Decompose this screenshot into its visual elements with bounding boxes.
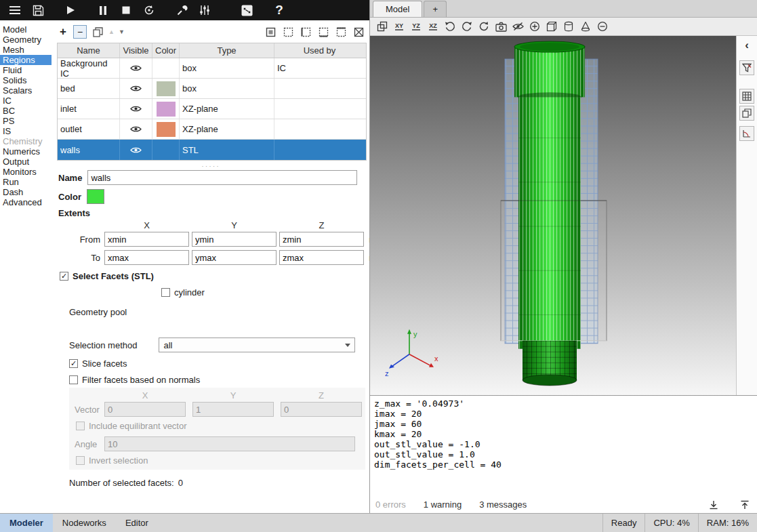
- visibility-eye-icon[interactable]: [130, 85, 142, 92]
- table-row[interactable]: outlet XZ-plane: [58, 119, 366, 140]
- console-output[interactable]: z_max = '0.04973' imax = 20 jmax = 60 km…: [370, 396, 757, 496]
- to-x-input[interactable]: [104, 250, 189, 265]
- sidebar-item-fluid[interactable]: Fluid: [0, 65, 52, 75]
- reset-icon[interactable]: [138, 1, 160, 19]
- from-x-input[interactable]: [104, 232, 189, 247]
- reset-view-icon[interactable]: [374, 19, 390, 35]
- cylinder-checkbox[interactable]: [161, 288, 170, 297]
- visibility-toggle-icon[interactable]: [510, 19, 526, 35]
- sidebar-item-bc[interactable]: BC: [0, 106, 52, 116]
- run-icon[interactable]: [60, 1, 81, 19]
- splitter-handle[interactable]: .....: [57, 161, 365, 169]
- to-y-input[interactable]: [192, 250, 277, 265]
- region-color-swatch[interactable]: [157, 61, 176, 76]
- geometry-box-icon[interactable]: [544, 19, 560, 35]
- filter-facets-checkbox[interactable]: [69, 375, 78, 384]
- sidebar-item-scalars[interactable]: Scalars: [0, 85, 52, 96]
- geometry-cylinder-icon[interactable]: [560, 19, 577, 35]
- warnings-count[interactable]: 1 warning: [424, 499, 462, 510]
- to-z-input[interactable]: [279, 250, 364, 265]
- menu-icon[interactable]: [4, 1, 26, 19]
- move-region-down-button[interactable]: ▼: [119, 28, 125, 35]
- visibility-eye-icon[interactable]: [130, 125, 142, 133]
- sidebar-item-solids[interactable]: Solids: [0, 75, 52, 85]
- geometry-cone-icon[interactable]: [577, 19, 594, 35]
- stop-icon[interactable]: [115, 1, 137, 19]
- slice-facets-checkbox[interactable]: [69, 359, 78, 368]
- rotate-left-icon[interactable]: [442, 19, 458, 35]
- angle-measure-icon[interactable]: [739, 126, 754, 141]
- download-log-icon[interactable]: [707, 500, 720, 510]
- region-preset-plane-icon[interactable]: [281, 25, 295, 39]
- sidebar-item-regions[interactable]: Regions: [0, 55, 52, 65]
- rotate-right-icon[interactable]: [459, 19, 475, 35]
- selection-method-dropdown[interactable]: all: [159, 337, 355, 352]
- remove-region-button[interactable]: −: [73, 25, 87, 39]
- build-wrench-icon[interactable]: [171, 1, 192, 19]
- col-used-by[interactable]: Used by: [274, 43, 365, 58]
- add-region-button[interactable]: +: [57, 25, 69, 39]
- scroll-to-top-icon[interactable]: [738, 500, 752, 510]
- col-type[interactable]: Type: [180, 43, 274, 58]
- sidebar-item-model[interactable]: Model: [0, 24, 52, 35]
- duplicate-region-button[interactable]: [91, 25, 104, 39]
- xz-view-button[interactable]: XZ: [425, 19, 441, 35]
- collapse-panel-icon[interactable]: ‹: [745, 40, 749, 51]
- region-color-swatch[interactable]: [157, 102, 176, 117]
- from-y-input[interactable]: [192, 232, 277, 247]
- mode-tab-editor[interactable]: Editor: [116, 514, 158, 532]
- table-row[interactable]: Background IC box IC: [58, 58, 366, 79]
- table-row-selected[interactable]: walls STL: [58, 140, 366, 160]
- tab-model[interactable]: Model: [373, 1, 422, 17]
- region-preset-yplane-icon[interactable]: [316, 25, 330, 39]
- filter-visibility-icon[interactable]: [739, 60, 754, 75]
- screenshot-camera-icon[interactable]: [493, 19, 509, 35]
- region-preset-xplane-icon[interactable]: [299, 25, 312, 39]
- region-name-input[interactable]: [87, 170, 357, 185]
- sidebar-item-ic[interactable]: IC: [0, 96, 52, 106]
- move-region-up-button[interactable]: ▲: [108, 28, 115, 35]
- add-geometry-icon[interactable]: [527, 19, 543, 35]
- sidebar-item-advanced[interactable]: Advanced: [0, 197, 52, 207]
- region-preset-stl-icon[interactable]: [352, 25, 365, 39]
- visibility-eye-icon[interactable]: [130, 146, 142, 154]
- col-color[interactable]: Color: [152, 43, 180, 58]
- yz-view-button[interactable]: YZ: [408, 19, 424, 35]
- region-color-button[interactable]: [87, 189, 104, 204]
- region-preset-box-icon[interactable]: [264, 25, 277, 39]
- nodeworks-icon[interactable]: [236, 1, 258, 19]
- table-row[interactable]: bed box: [58, 79, 366, 99]
- help-icon[interactable]: ?: [268, 1, 290, 19]
- visibility-eye-icon[interactable]: [130, 105, 142, 112]
- split-view-icon[interactable]: [739, 106, 754, 121]
- sidebar-item-is[interactable]: IS: [0, 126, 52, 136]
- messages-count[interactable]: 3 messages: [479, 499, 527, 510]
- mode-tab-nodeworks[interactable]: Nodeworks: [53, 514, 116, 532]
- pause-icon[interactable]: [92, 1, 114, 19]
- mode-tab-modeler[interactable]: Modeler: [0, 514, 53, 532]
- select-facets-checkbox[interactable]: [60, 272, 68, 281]
- sidebar-item-ps[interactable]: PS: [0, 116, 52, 126]
- visibility-eye-icon[interactable]: [130, 64, 142, 72]
- region-color-swatch[interactable]: [157, 81, 176, 96]
- settings-sliders-icon[interactable]: [194, 1, 216, 19]
- new-tab-button[interactable]: +: [424, 1, 447, 17]
- sidebar-item-mesh[interactable]: Mesh: [0, 45, 52, 55]
- errors-count[interactable]: 0 errors: [375, 499, 406, 510]
- region-color-swatch[interactable]: [157, 142, 176, 157]
- from-z-input[interactable]: [279, 232, 364, 247]
- sidebar-item-output[interactable]: Output: [0, 157, 52, 167]
- sidebar-item-numerics[interactable]: Numerics: [0, 146, 52, 157]
- region-preset-zplane-icon[interactable]: [334, 25, 348, 39]
- sidebar-item-dash[interactable]: Dash: [0, 187, 52, 197]
- remove-geometry-icon[interactable]: [594, 19, 611, 35]
- region-color-swatch[interactable]: [157, 122, 176, 137]
- sidebar-item-geometry[interactable]: Geometry: [0, 35, 52, 45]
- sidebar-item-run[interactable]: Run: [0, 177, 52, 187]
- mesh-grid-icon[interactable]: [739, 89, 754, 104]
- col-visible[interactable]: Visible: [120, 43, 152, 58]
- table-row[interactable]: inlet XZ-plane: [58, 99, 366, 119]
- sidebar-item-monitors[interactable]: Monitors: [0, 167, 52, 177]
- xy-view-button[interactable]: XY: [391, 19, 407, 35]
- col-name[interactable]: Name: [58, 43, 120, 58]
